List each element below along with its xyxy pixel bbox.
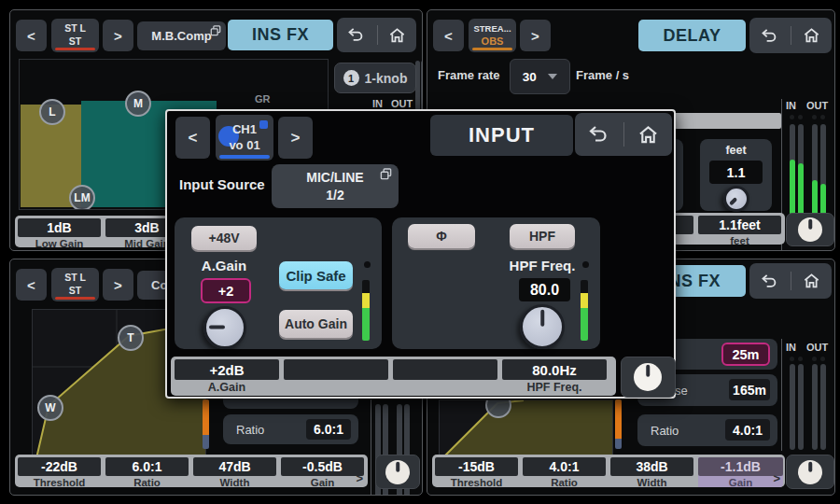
fx-type-button[interactable]: M.B.Comp: [137, 21, 226, 50]
input-source-button[interactable]: MIC/LINE 1/2: [272, 164, 399, 208]
peak-led: [798, 115, 803, 119]
channel-select-button[interactable]: STREA... OBS: [469, 19, 516, 52]
home-icon[interactable]: [803, 273, 820, 289]
param-low-gain[interactable]: 1dBLow Gain: [18, 218, 101, 245]
phantom-48v-button[interactable]: +48V: [191, 226, 257, 250]
channel-sub: OBS: [482, 35, 504, 48]
release-value[interactable]: 165m: [729, 379, 770, 400]
input-level-meter: [362, 280, 370, 341]
channel-color-bar: [55, 48, 95, 51]
touch-knob-button[interactable]: [786, 213, 834, 246]
next-channel-button[interactable]: >: [103, 20, 133, 51]
divider: [623, 122, 624, 146]
attack-value[interactable]: 25m: [721, 343, 770, 366]
channel-select-button[interactable]: CH1 vo 01: [216, 115, 273, 161]
channel-color-bar: [219, 155, 270, 159]
param-ratio[interactable]: 6.0:1Ratio: [105, 457, 189, 485]
analog-gain-section: +48V A.Gain +2 Clip Safe Auto Gain: [175, 217, 382, 349]
param-cell[interactable]: [284, 359, 388, 394]
touch-knob-button[interactable]: [621, 357, 676, 398]
copy-icon[interactable]: [380, 168, 392, 180]
param-cell[interactable]: [393, 359, 497, 394]
param-row: +2dBA.Gain 80.0HzHPF Freq.: [171, 357, 616, 396]
prev-channel-button[interactable]: <: [16, 269, 47, 301]
undo-icon[interactable]: [347, 27, 366, 43]
more-params-arrow[interactable]: >: [773, 471, 780, 485]
channel-name: ST L: [64, 272, 86, 285]
ratio-row: Ratio 6.0:1: [223, 414, 358, 444]
again-value[interactable]: +2: [201, 278, 251, 303]
one-knob-button[interactable]: 1 1-knob: [334, 63, 416, 93]
param-threshold[interactable]: -22dBThreshold: [18, 457, 101, 485]
peak-led: [790, 357, 794, 361]
touch-knob-button[interactable]: [375, 455, 420, 489]
undo-icon[interactable]: [761, 28, 779, 44]
param-gain[interactable]: -0.5dBGain: [281, 457, 364, 485]
param-gain-selected[interactable]: -1.1dBGain: [698, 457, 783, 487]
in-meter-r: [798, 124, 804, 217]
next-channel-button[interactable]: >: [520, 20, 551, 51]
frame-rate-dropdown[interactable]: 30: [510, 59, 570, 94]
feet-value[interactable]: 1.1: [709, 161, 763, 184]
mid-band-handle[interactable]: M: [125, 91, 151, 117]
in-label: IN: [786, 342, 796, 353]
threshold-handle[interactable]: T: [118, 325, 144, 351]
home-icon[interactable]: [637, 125, 659, 145]
lowmid-band-handle[interactable]: LM: [69, 185, 95, 210]
param-width[interactable]: 38dBWidth: [610, 457, 693, 485]
param-width[interactable]: 47dBWidth: [193, 457, 276, 485]
ratio-value[interactable]: 6.0:1: [306, 419, 351, 440]
phase-button[interactable]: Φ: [408, 224, 475, 248]
one-knob-icon: 1: [343, 70, 359, 86]
prev-channel-button[interactable]: <: [433, 20, 464, 51]
auto-gain-button[interactable]: Auto Gain: [279, 310, 353, 338]
frame-rate-value: 30: [523, 70, 537, 84]
prev-channel-button[interactable]: <: [175, 117, 210, 159]
gr-meter-label: GR: [255, 93, 271, 105]
clip-safe-button[interactable]: Clip Safe: [279, 261, 353, 289]
comp-curve-graph: [439, 399, 613, 459]
undo-icon[interactable]: [588, 125, 610, 144]
ratio-value[interactable]: 4.0:1: [725, 419, 770, 441]
hpf-freq-value[interactable]: 80.0: [519, 278, 570, 301]
width-handle[interactable]: W: [37, 395, 63, 421]
low-band-handle[interactable]: L: [39, 99, 65, 125]
out-meter-r: [820, 124, 826, 217]
param-threshold[interactable]: -15dBThreshold: [435, 457, 518, 485]
peak-led: [812, 115, 817, 119]
channel-select-button[interactable]: ST L ST: [51, 19, 99, 52]
input-source-value-line2: 1/2: [326, 187, 343, 204]
param-again[interactable]: +2dBA.Gain: [175, 359, 279, 394]
home-icon[interactable]: [803, 27, 820, 44]
peak-led: [820, 115, 825, 119]
frame-rate-unit: Frame / s: [576, 68, 629, 82]
param-delay-feet[interactable]: 1.1feetfeet: [698, 216, 781, 243]
home-icon[interactable]: [388, 27, 406, 44]
out-meter-r: [820, 364, 826, 450]
prev-channel-button[interactable]: <: [16, 20, 47, 51]
channel-sub: vo 01: [229, 138, 259, 154]
frame-rate-label: Frame rate: [438, 68, 499, 82]
channel-select-button[interactable]: ST L ST: [51, 268, 99, 301]
more-params-arrow[interactable]: >: [356, 471, 363, 485]
feet-knob[interactable]: [723, 186, 749, 212]
next-channel-button[interactable]: >: [278, 117, 313, 159]
channel-color-bar: [472, 48, 512, 51]
undo-icon[interactable]: [761, 273, 779, 289]
gr-meter: [203, 399, 209, 449]
in-meter-l: [790, 364, 795, 450]
divider: [781, 339, 782, 451]
input-source-label: Input Source: [179, 176, 265, 192]
param-hpf-freq[interactable]: 80.0HzHPF Freq.: [502, 359, 607, 394]
ratio-row: Ratio 4.0:1: [637, 414, 777, 446]
nav-right-group: [337, 18, 416, 52]
hpf-freq-knob[interactable]: [520, 304, 565, 349]
param-ratio[interactable]: 4.0:1Ratio: [523, 457, 606, 485]
in-label: IN: [786, 100, 796, 111]
copy-icon[interactable]: [210, 25, 221, 36]
dropdown-caret-icon: [548, 74, 557, 79]
again-knob[interactable]: [203, 306, 246, 349]
next-channel-button[interactable]: >: [103, 269, 133, 301]
hpf-button[interactable]: HPF: [510, 224, 575, 248]
touch-knob-button[interactable]: [786, 455, 834, 489]
